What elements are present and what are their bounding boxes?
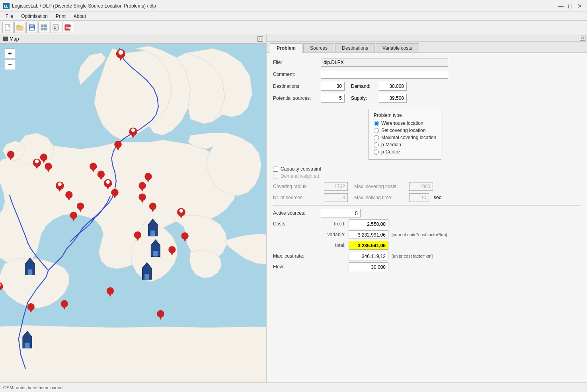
tab-problem[interactable]: Problem bbox=[270, 43, 302, 53]
supply-label: Supply: bbox=[351, 95, 379, 101]
comment-row: Comment: bbox=[273, 70, 581, 79]
demand-label: Demand: bbox=[351, 83, 379, 89]
sec-label: sec. bbox=[434, 195, 443, 200]
statusbar: OSM routes have been loaded. bbox=[0, 382, 587, 392]
export-button[interactable]: Exp bbox=[62, 22, 73, 33]
calc-button[interactable]: ± bbox=[50, 22, 61, 33]
comment-label: Comment: bbox=[273, 72, 321, 77]
costs-variable-row: variable: 3.232.991,06 [sum of units*cos… bbox=[273, 230, 581, 239]
window-controls: — ◻ ✕ bbox=[557, 2, 584, 10]
max-covering-costs-input[interactable] bbox=[409, 182, 433, 191]
radio-warehouse: Warehouse location bbox=[374, 120, 436, 126]
radio-maximal-covering-label: Maximal covering location bbox=[381, 135, 436, 140]
potential-sources-input[interactable] bbox=[321, 94, 345, 103]
svg-rect-6 bbox=[30, 25, 33, 27]
capacity-checkbox[interactable] bbox=[273, 167, 278, 172]
tab-destinations[interactable]: Destinations bbox=[335, 43, 375, 52]
form-content: File: Comment: Destinations: Demand: Pot… bbox=[267, 53, 587, 382]
svg-rect-89 bbox=[150, 231, 155, 236]
supply-input[interactable] bbox=[379, 94, 407, 103]
file-input[interactable] bbox=[321, 58, 448, 67]
titlebar: LL LogisticsLab / DLP (Discrete Single S… bbox=[0, 0, 587, 12]
svg-text:LL: LL bbox=[4, 4, 8, 8]
menu-about[interactable]: About bbox=[70, 13, 90, 20]
window-title: LogisticsLab / DLP (Discrete Single Sour… bbox=[12, 3, 557, 9]
panel-maximize-button[interactable]: □ bbox=[580, 35, 585, 41]
radio-p-median-input[interactable] bbox=[374, 142, 379, 147]
main-content: Map □ + − bbox=[0, 34, 587, 382]
demand-weighted-label: Demand weighted bbox=[281, 173, 319, 179]
radio-warehouse-input[interactable] bbox=[374, 121, 379, 126]
radio-set-covering-input[interactable] bbox=[374, 128, 379, 133]
max-solving-time-input[interactable] bbox=[409, 193, 429, 202]
minimize-button[interactable]: — bbox=[557, 2, 565, 10]
svg-rect-85 bbox=[153, 251, 158, 257]
open-button[interactable] bbox=[14, 22, 25, 33]
map-maximize-button[interactable]: □ bbox=[257, 36, 263, 42]
costs-total-value: 3.235.541,06 bbox=[349, 241, 388, 250]
toolbar: ± Exp bbox=[0, 21, 587, 34]
svg-rect-11 bbox=[44, 28, 47, 30]
svg-rect-87 bbox=[144, 274, 149, 279]
right-panel: □ Problem Sources Destinations Variable … bbox=[267, 34, 587, 382]
svg-point-22 bbox=[131, 128, 135, 132]
active-sources-value: 5 bbox=[321, 209, 361, 217]
comment-input[interactable] bbox=[321, 70, 448, 79]
demand-weighted-row: Demand weighted bbox=[273, 173, 581, 179]
nr-sources-row: Nr. of sources: Max. solving time: sec. bbox=[273, 193, 581, 202]
destinations-label: Destinations: bbox=[273, 83, 321, 89]
destinations-input[interactable] bbox=[321, 82, 345, 91]
map-label: Map bbox=[3, 36, 19, 42]
svg-point-62 bbox=[179, 209, 183, 213]
menu-file[interactable]: File bbox=[2, 13, 17, 20]
svg-rect-83 bbox=[25, 343, 30, 348]
map-header: Map □ bbox=[0, 34, 266, 44]
file-label: File: bbox=[273, 60, 321, 65]
radio-maximal-covering-input[interactable] bbox=[374, 135, 379, 140]
file-row: File: bbox=[273, 58, 581, 67]
menu-optimisation[interactable]: Optimisation bbox=[17, 13, 52, 20]
costs-fixed-row: Costs fixed: 2.550,00 bbox=[273, 219, 581, 228]
svg-rect-10 bbox=[41, 28, 43, 30]
svg-text:±: ± bbox=[54, 25, 56, 29]
map-container: Map □ + − bbox=[0, 34, 267, 382]
close-button[interactable]: ✕ bbox=[576, 2, 584, 10]
menu-print[interactable]: Print bbox=[52, 13, 70, 20]
radio-set-covering-label: Set covering location bbox=[381, 128, 425, 133]
flow-value: 30.000 bbox=[349, 262, 388, 271]
svg-point-36 bbox=[58, 182, 62, 186]
svg-text:Exp: Exp bbox=[66, 26, 71, 30]
radio-p-centre: p-Centre bbox=[374, 149, 436, 155]
covering-radius-input[interactable] bbox=[324, 182, 348, 191]
nr-sources-input[interactable] bbox=[324, 193, 348, 202]
covering-radius-row: Covering radius: Max. covering costs: bbox=[273, 182, 581, 191]
radio-p-centre-input[interactable] bbox=[374, 149, 379, 155]
covering-radius-label: Covering radius: bbox=[273, 184, 321, 189]
problem-type-title: Problem type bbox=[374, 113, 436, 118]
tab-sources[interactable]: Sources bbox=[303, 43, 334, 52]
restore-button[interactable]: ◻ bbox=[566, 2, 574, 10]
costs-label: Costs bbox=[273, 221, 321, 227]
max-covering-costs-label: Max. covering costs: bbox=[354, 184, 406, 189]
capacity-row: Capacity constraint bbox=[273, 166, 581, 172]
destinations-row: Destinations: Demand: bbox=[273, 82, 581, 91]
active-sources-row: Active sources: 5 bbox=[273, 209, 581, 217]
tab-variable-costs[interactable]: Variable costs bbox=[376, 43, 419, 52]
map-canvas: + − bbox=[0, 44, 266, 382]
demand-input[interactable] bbox=[379, 82, 407, 91]
max-cost-rate-label: Max. cost rate: bbox=[273, 253, 321, 259]
new-button[interactable] bbox=[2, 22, 14, 33]
save-button[interactable] bbox=[26, 22, 37, 33]
tabs: Problem Sources Destinations Variable co… bbox=[267, 42, 587, 53]
costs-total-row: total: 3.235.541,06 bbox=[273, 241, 581, 250]
svg-point-49 bbox=[106, 180, 110, 184]
potential-sources-row: Potential sources: Supply: bbox=[273, 94, 581, 103]
demand-weighted-checkbox[interactable] bbox=[273, 174, 278, 179]
potential-sources-label: Potential sources: bbox=[273, 95, 321, 101]
zoom-out-button[interactable]: − bbox=[5, 60, 15, 70]
svg-point-19 bbox=[119, 50, 123, 55]
grid-button[interactable] bbox=[38, 22, 49, 33]
status-text: OSM routes have been loaded. bbox=[3, 385, 64, 390]
max-cost-rate-note: [units*cost factor*km] bbox=[392, 254, 433, 258]
zoom-in-button[interactable]: + bbox=[5, 49, 15, 59]
